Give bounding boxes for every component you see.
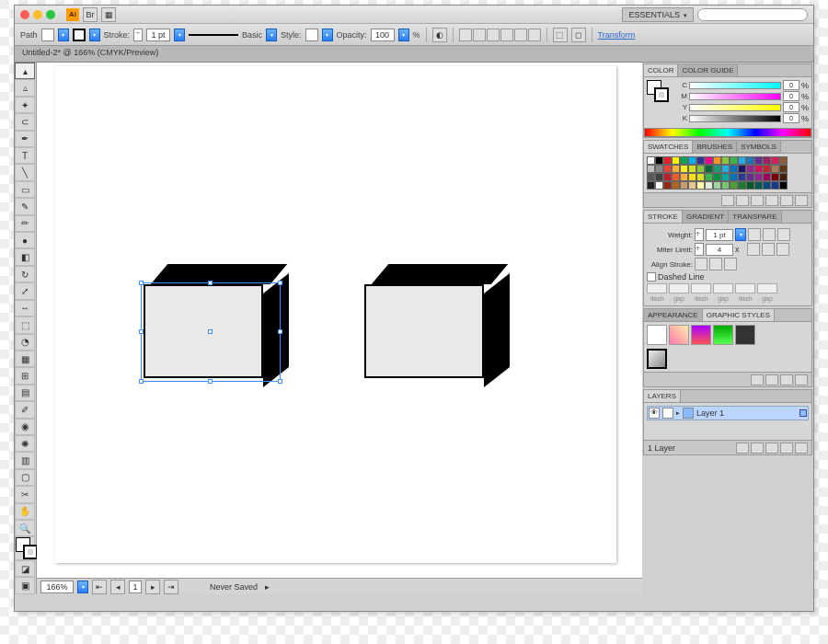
arrange-docs-icon[interactable]: ▦ <box>101 7 116 22</box>
new-layer-button[interactable] <box>780 443 793 454</box>
swatch[interactable] <box>730 173 738 181</box>
cap-butt[interactable] <box>748 228 761 241</box>
stroke-weight-dropdown[interactable] <box>174 29 185 41</box>
swatch[interactable] <box>705 173 713 181</box>
eraser-tool[interactable]: ◧ <box>15 248 35 265</box>
zoom-window-button[interactable] <box>46 10 55 19</box>
gs-delete-button[interactable] <box>795 374 808 385</box>
align-bottom-button[interactable] <box>528 29 541 41</box>
eyedropper-tool[interactable]: ✐ <box>15 401 35 418</box>
swatch[interactable] <box>738 173 746 181</box>
fill-swatch[interactable] <box>41 29 54 41</box>
gs-new-button[interactable] <box>780 374 793 385</box>
rectangle-tool[interactable]: ▭ <box>15 181 35 198</box>
align-right-button[interactable] <box>487 29 500 41</box>
isolate-icon[interactable]: ⬚ <box>553 28 568 42</box>
swatch[interactable] <box>746 173 754 181</box>
graphic-style-current[interactable] <box>647 349 667 369</box>
dash-input[interactable] <box>735 283 755 293</box>
shape-selected-box[interactable] <box>144 264 282 384</box>
stroke-dropdown[interactable] <box>89 29 100 41</box>
black-value[interactable] <box>783 113 799 123</box>
swatch[interactable] <box>655 156 663 165</box>
swatch[interactable] <box>779 156 788 165</box>
swatch[interactable] <box>672 173 680 181</box>
swatch[interactable] <box>721 156 730 165</box>
free-transform-tool[interactable]: ⬚ <box>15 316 35 333</box>
screen-mode-toggle[interactable]: ▣ <box>15 577 35 593</box>
make-clipping-button[interactable] <box>751 443 764 454</box>
tab-brushes[interactable]: BRUSHES <box>693 141 737 153</box>
swatch[interactable] <box>680 165 688 173</box>
swatch[interactable] <box>754 165 763 173</box>
tab-transparency[interactable]: TRANSPARE <box>729 211 781 223</box>
slice-tool[interactable]: ✂ <box>15 486 35 502</box>
swatch[interactable] <box>688 181 696 190</box>
tab-graphic-styles[interactable]: GRAPHIC STYLES <box>703 309 775 321</box>
swatch[interactable] <box>647 156 655 165</box>
fill-stroke-toggle[interactable] <box>15 536 35 560</box>
stroke-weight-input[interactable] <box>146 29 170 41</box>
stroke-swatch[interactable] <box>73 29 86 41</box>
selection-tool[interactable]: ▴ <box>15 63 35 79</box>
swatch[interactable] <box>696 173 705 181</box>
swatch[interactable] <box>647 181 655 190</box>
swatch[interactable] <box>688 173 696 181</box>
zoom-tool[interactable]: 🔍 <box>15 520 35 536</box>
swatch[interactable] <box>655 165 663 173</box>
dash-input[interactable] <box>669 283 689 293</box>
bridge-icon[interactable]: Br <box>83 7 98 22</box>
gs-libraries-button[interactable] <box>751 374 764 385</box>
swatch[interactable] <box>754 181 763 190</box>
magenta-value[interactable] <box>783 91 799 101</box>
lasso-tool[interactable]: ⊂ <box>15 113 35 130</box>
swatch[interactable] <box>763 156 771 165</box>
swatch[interactable] <box>663 165 672 173</box>
join-bevel[interactable] <box>776 243 789 256</box>
swatch[interactable] <box>713 165 721 173</box>
align-stroke-center[interactable] <box>695 258 707 270</box>
color-mode-toggle[interactable]: ◪ <box>15 560 35 577</box>
swatch[interactable] <box>688 156 696 165</box>
swatch[interactable] <box>663 173 672 181</box>
rotate-tool[interactable]: ↻ <box>15 266 35 282</box>
swatch[interactable] <box>771 173 779 181</box>
search-input[interactable] <box>697 8 808 21</box>
swatch[interactable] <box>647 173 655 181</box>
swatch[interactable] <box>771 165 779 173</box>
swatch[interactable] <box>713 181 721 190</box>
swatch[interactable] <box>721 173 730 181</box>
swatch[interactable] <box>713 173 721 181</box>
cyan-value[interactable] <box>783 80 799 90</box>
swatch[interactable] <box>746 156 754 165</box>
miter-input[interactable] <box>706 244 733 256</box>
swatch[interactable] <box>738 181 746 190</box>
swatch-grid[interactable] <box>647 156 809 190</box>
swatch[interactable] <box>655 173 663 181</box>
dash-input[interactable] <box>647 283 667 293</box>
swatch[interactable] <box>696 165 705 173</box>
layer-lock-toggle[interactable] <box>662 408 673 419</box>
align-hcenter-button[interactable] <box>473 29 486 41</box>
artboard-number-input[interactable] <box>129 581 142 593</box>
graphic-style-2[interactable] <box>691 325 711 345</box>
tab-gradient[interactable]: GRADIENT <box>683 211 729 223</box>
yellow-value[interactable] <box>783 102 799 112</box>
prev-artboard-button[interactable]: ◂ <box>110 580 125 594</box>
align-vcenter-button[interactable] <box>514 29 527 41</box>
layer-row[interactable]: 👁 ▸ Layer 1 <box>647 406 809 420</box>
swatch[interactable] <box>754 156 763 165</box>
pencil-tool[interactable]: ✏ <box>15 215 35 232</box>
tab-stroke[interactable]: STROKE <box>644 211 683 223</box>
perspective-tool[interactable]: ▦ <box>15 351 35 367</box>
direct-selection-tool[interactable]: ▵ <box>15 79 35 96</box>
swatch[interactable] <box>779 173 788 181</box>
paintbrush-tool[interactable]: ✎ <box>15 198 35 214</box>
minimize-window-button[interactable] <box>33 10 42 19</box>
workspace-switcher[interactable]: ESSENTIALS <box>622 7 694 22</box>
dash-input[interactable] <box>691 283 711 293</box>
swatch[interactable] <box>763 181 771 190</box>
artboard-tool[interactable]: ▢ <box>15 469 35 486</box>
swatch[interactable] <box>746 181 754 190</box>
tab-symbols[interactable]: SYMBOLS <box>737 141 781 153</box>
